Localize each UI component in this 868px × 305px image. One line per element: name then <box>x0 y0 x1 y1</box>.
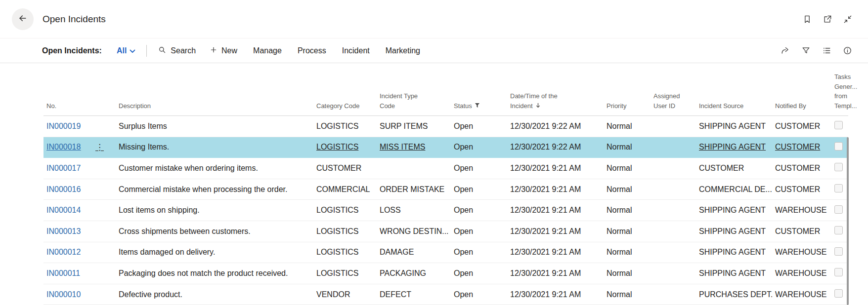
incident-no-link[interactable]: IN000012 <box>46 248 81 257</box>
cell-notified_by: WAREHOUSE <box>772 206 831 215</box>
cell-category_code: LOGISTICS <box>313 143 377 152</box>
column-header-label: Assigned User ID <box>653 92 680 110</box>
menu-marketing[interactable]: Marketing <box>386 46 420 55</box>
table-row[interactable]: IN000011Packaging does not match the pro… <box>43 263 848 284</box>
back-button[interactable] <box>12 8 34 30</box>
info-icon[interactable] <box>843 46 852 55</box>
table-row[interactable]: IN000017Customer mistake when ordering i… <box>43 158 848 179</box>
column-header-description[interactable]: Description <box>116 101 313 111</box>
tasks-checkbox[interactable] <box>834 268 843 276</box>
cell-notified_by: CUSTOMER <box>772 122 831 131</box>
cell-incident_type_code: WRONG DESTIN... <box>377 227 451 236</box>
tasks-checkbox[interactable] <box>834 205 843 214</box>
tasks-checkbox[interactable] <box>834 247 843 256</box>
incident-no-link[interactable]: IN000019 <box>46 122 81 131</box>
tasks-checkbox[interactable] <box>834 121 843 129</box>
cell-notified_by: CUSTOMER <box>772 164 831 173</box>
table-row[interactable]: IN000010Defective product.VENDORDEFECTOp… <box>43 284 848 305</box>
cell-status: Open <box>451 185 507 194</box>
incident-no-link[interactable]: IN000017 <box>46 164 81 173</box>
view-filter-dropdown[interactable]: All <box>117 46 135 55</box>
cell-incident_source: SHIPPING AGENT <box>696 143 772 152</box>
cell-no: IN000013 <box>43 227 116 236</box>
titlebar-actions <box>802 14 853 24</box>
table-row[interactable]: IN000013Cross shipments between customer… <box>43 221 848 242</box>
column-header-label: Incident Type Code <box>380 92 418 110</box>
cell-status: Open <box>451 269 507 278</box>
incident-no-link[interactable]: IN000018 <box>46 143 81 152</box>
search-button[interactable]: Search <box>158 45 196 56</box>
tasks-checkbox[interactable] <box>834 142 843 151</box>
cell-priority: Normal <box>604 248 651 257</box>
cell-category_code: COMMERCIAL <box>313 185 377 194</box>
table-row[interactable]: IN000012Items damaged on delivery.LOGIST… <box>43 242 848 264</box>
incident-no-link[interactable]: IN000014 <box>46 206 81 215</box>
column-header-status[interactable]: Status <box>451 101 507 111</box>
table-row[interactable]: IN000018⋮Missing Items.LOGISTICSMISS ITE… <box>43 137 848 158</box>
cell-incident_source: SHIPPING AGENT <box>696 269 772 278</box>
tasks-checkbox[interactable] <box>834 184 843 192</box>
incident-no-link[interactable]: IN000013 <box>46 227 81 236</box>
column-header-no[interactable]: No. <box>43 101 116 111</box>
cell-datetime: 12/30/2021 9:22 AM <box>507 143 604 152</box>
filter-icon <box>475 101 480 111</box>
cell-no: IN000012 <box>43 248 116 257</box>
sort-desc-icon <box>535 101 541 111</box>
cell-incident_source: SHIPPING AGENT <box>696 248 772 257</box>
cell-status: Open <box>451 206 507 215</box>
cell-notified_by: CUSTOMER <box>772 227 831 236</box>
open-in-new-window-icon[interactable] <box>823 14 832 24</box>
table-row[interactable]: IN000016Commercial mistake when processi… <box>43 179 848 200</box>
cell-no: IN000010 <box>43 290 116 299</box>
column-header-label: Notified By <box>775 102 806 110</box>
filter-icon[interactable] <box>801 46 811 55</box>
column-header-label: Status <box>454 102 472 110</box>
menu-incident[interactable]: Incident <box>342 46 370 55</box>
bookmark-icon[interactable] <box>802 14 812 24</box>
column-header-tasks[interactable]: Tasks Gener... from Templ... <box>831 72 848 111</box>
table-row[interactable]: IN000019Surplus ItemsLOGISTICSSURP ITEMS… <box>43 116 848 137</box>
cell-notified_by: WAREHOUSE <box>772 290 831 299</box>
cell-datetime: 12/30/2021 9:21 AM <box>507 164 604 173</box>
cell-tasks <box>831 247 848 258</box>
cell-datetime: 12/30/2021 9:21 AM <box>507 185 604 194</box>
show-list-icon[interactable] <box>822 46 831 55</box>
cell-description: Customer mistake when ordering items. <box>116 164 313 173</box>
titlebar: Open Incidents <box>0 0 868 38</box>
incident-no-link[interactable]: IN000011 <box>46 269 80 278</box>
cell-description: Surplus Items <box>116 122 313 131</box>
column-header-priority[interactable]: Priority <box>604 101 651 111</box>
new-button[interactable]: New <box>210 46 237 56</box>
share-icon[interactable] <box>781 46 790 55</box>
vertical-scrollbar[interactable] <box>847 137 849 305</box>
cell-datetime: 12/30/2021 9:21 AM <box>507 290 604 299</box>
column-header-notified_by[interactable]: Notified By <box>772 101 831 111</box>
column-header-assigned_user_id[interactable]: Assigned User ID <box>651 91 696 111</box>
column-header-incident_source[interactable]: Incident Source <box>696 101 772 111</box>
tasks-checkbox[interactable] <box>834 289 843 298</box>
cell-notified_by: CUSTOMER <box>772 143 831 152</box>
view-filter-label: All <box>117 46 127 55</box>
column-header-datetime[interactable]: Date/Time of the Incident <box>507 91 604 111</box>
table-row[interactable]: IN000014Lost items on shipping.LOGISTICS… <box>43 200 848 221</box>
menu-manage[interactable]: Manage <box>253 46 282 55</box>
column-header-label: Category Code <box>316 102 359 110</box>
menu-process[interactable]: Process <box>298 46 326 55</box>
cell-incident_type_code: PACKAGING <box>377 269 451 278</box>
cell-category_code: LOGISTICS <box>313 269 377 278</box>
cell-status: Open <box>451 248 507 257</box>
column-header-label: No. <box>46 102 56 110</box>
incident-no-link[interactable]: IN000016 <box>46 185 81 194</box>
cell-category_code: VENDOR <box>313 290 377 299</box>
tasks-checkbox[interactable] <box>834 226 843 234</box>
tasks-checkbox[interactable] <box>834 163 843 171</box>
cell-incident_type_code: LOSS <box>377 206 451 215</box>
row-context-menu-icon[interactable]: ⋮ <box>95 143 104 152</box>
column-header-category_code[interactable]: Category Code <box>313 101 377 111</box>
column-header-incident_type_code[interactable]: Incident Type Code <box>377 91 451 111</box>
cell-datetime: 12/30/2021 9:21 AM <box>507 269 604 278</box>
cell-priority: Normal <box>604 227 651 236</box>
incident-no-link[interactable]: IN000010 <box>46 290 81 299</box>
collapse-icon[interactable] <box>843 14 853 24</box>
cell-incident_source: SHIPPING AGENT <box>696 227 772 236</box>
